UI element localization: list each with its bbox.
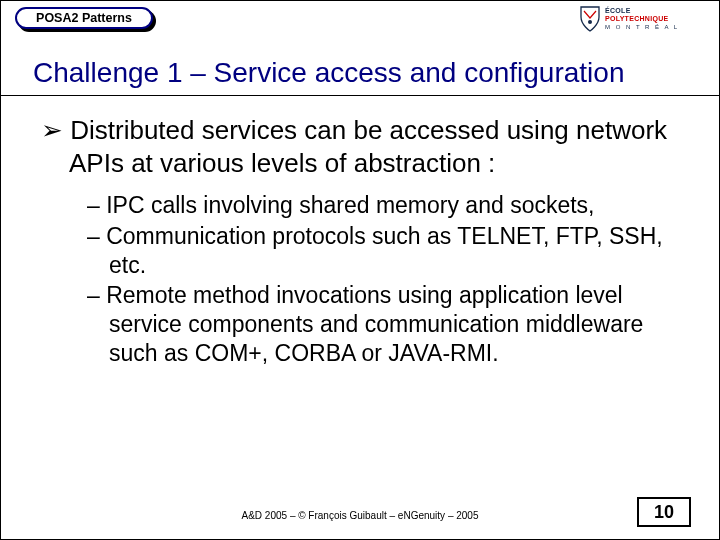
logo-line2: POLYTECHNIQUE — [605, 15, 679, 23]
slide-content: ➢ Distributed services can be accessed u… — [1, 114, 719, 368]
bullet-level2: – Remote method invocations using applic… — [87, 281, 679, 367]
bullet-level1: ➢ Distributed services can be accessed u… — [41, 114, 679, 179]
title-rule — [1, 95, 719, 96]
logo-text: ÉCOLE POLYTECHNIQUE M O N T R É A L — [605, 7, 679, 31]
slide-header: POSA2 Patterns ÉCOLE POLYTECHNIQUE M O N… — [1, 1, 719, 41]
topic-badge: POSA2 Patterns — [15, 7, 153, 29]
bullet-level2: – IPC calls involving shared memory and … — [87, 191, 679, 220]
badge-container: POSA2 Patterns — [15, 7, 153, 29]
bullet-level2: – Communication protocols such as TELNET… — [87, 222, 679, 280]
footer-credit: A&D 2005 – © François Guibault – eNGenui… — [242, 510, 479, 521]
sub0: IPC calls involving shared memory and so… — [106, 192, 594, 218]
slide-footer: A&D 2005 – © François Guibault – eNGenui… — [1, 497, 719, 527]
svg-point-0 — [588, 20, 592, 24]
logo-line1: ÉCOLE — [605, 7, 679, 15]
sub2: Remote method invocations using applicat… — [106, 282, 643, 366]
school-logo: ÉCOLE POLYTECHNIQUE M O N T R É A L — [579, 5, 699, 35]
shield-icon — [579, 5, 601, 33]
bullet1-text: Distributed services can be accessed usi… — [69, 115, 667, 178]
page-number: 10 — [637, 497, 691, 527]
slide-title: Challenge 1 – Service access and configu… — [1, 41, 719, 95]
sub1: Communication protocols such as TELNET, … — [106, 223, 662, 278]
logo-line3: M O N T R É A L — [605, 23, 679, 31]
